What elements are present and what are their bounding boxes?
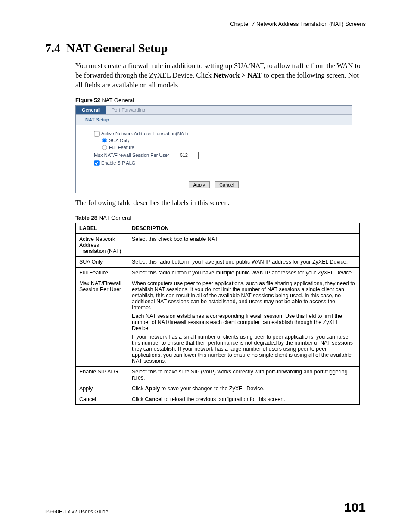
tab-bar: General Port Forwarding <box>76 106 352 115</box>
full-feature-label: Full Feature <box>109 145 134 150</box>
figure-caption: Figure 52 NAT General <box>75 97 366 103</box>
th-label: LABEL <box>76 223 128 234</box>
th-desc: DESCRIPTION <box>128 223 360 234</box>
cell-label: Max NAT/Firewall Session Per User <box>76 278 128 367</box>
table-caption-rest: NAT General <box>97 215 131 221</box>
cell-label: Apply <box>76 383 128 394</box>
cell-desc: Click Apply to save your changes to the … <box>128 383 360 394</box>
max-session-input[interactable] <box>179 152 199 159</box>
section-number: 7.4 <box>45 41 60 55</box>
cancel-button[interactable]: Cancel <box>215 181 239 188</box>
cell-desc: Select this to make sure SIP (VoIP) work… <box>128 367 360 383</box>
footer-page-number: 101 <box>344 500 366 515</box>
figure-screenshot: General Port Forwarding NAT Setup Active… <box>75 105 352 193</box>
table-row: SUA OnlySelect this radio button if you … <box>76 257 360 268</box>
cell-label: Active Network Address Translation (NAT) <box>76 234 128 257</box>
table-caption: Table 28 NAT General <box>75 215 366 221</box>
table-row: Active Network Address Translation (NAT)… <box>76 234 360 257</box>
cell-label: Cancel <box>76 394 128 405</box>
table-intro: The following table describes the labels… <box>75 198 366 208</box>
cell-desc: Click Cancel to reload the previous conf… <box>128 394 360 405</box>
table-row: Full FeatureSelect this radio button if … <box>76 268 360 278</box>
cell-desc: Select this radio button if you have jus… <box>128 257 360 268</box>
tab-port-forwarding[interactable]: Port Forwarding <box>106 106 151 114</box>
cell-label: Enable SIP ALG <box>76 367 128 383</box>
section-heading: 7.4 NAT General Setup <box>45 41 366 55</box>
enable-sip-alg-label: Enable SIP ALG <box>101 160 135 165</box>
running-header: Chapter 7 Network Address Translation (N… <box>45 21 366 30</box>
cell-desc: Select this radio button if you have mul… <box>128 268 360 278</box>
figure-caption-rest: NAT General <box>100 97 134 103</box>
group-body: Active Network Address Translation(NAT) … <box>76 125 352 173</box>
intro-paragraph: You must create a firewall rule in addit… <box>75 61 366 90</box>
max-session-label: Max NAT/Firewall Session Per User <box>94 152 169 158</box>
figure-caption-bold: Figure 52 <box>75 97 100 103</box>
cell-label: Full Feature <box>76 268 128 278</box>
apply-button[interactable]: Apply <box>189 181 210 188</box>
cell-desc: Select this check box to enable NAT. <box>128 234 360 257</box>
table-row: ApplyClick Apply to save your changes to… <box>76 383 360 394</box>
full-feature-radio[interactable] <box>102 145 107 150</box>
cell-label: SUA Only <box>76 257 128 268</box>
cell-desc: When computers use peer to peer applicat… <box>128 278 360 367</box>
desc-table: LABEL DESCRIPTION Active Network Address… <box>75 223 360 405</box>
enable-sip-alg-checkbox[interactable] <box>94 160 99 165</box>
sua-only-radio[interactable] <box>102 138 107 143</box>
footer-doc-title: P-660H-Tx v2 User's Guide <box>45 509 108 515</box>
para1-bold: Network > NAT <box>213 71 262 79</box>
page-footer: P-660H-Tx v2 User's Guide 101 <box>45 498 366 515</box>
table-row: Max NAT/Firewall Session Per UserWhen co… <box>76 278 360 367</box>
active-nat-label: Active Network Address Translation(NAT) <box>101 131 188 136</box>
active-nat-checkbox[interactable] <box>94 131 99 136</box>
table-row: Enable SIP ALGSelect this to make sure S… <box>76 367 360 383</box>
table-caption-bold: Table 28 <box>75 215 97 221</box>
section-title-text: NAT General Setup <box>66 41 168 55</box>
group-title: NAT Setup <box>76 115 352 125</box>
table-row: CancelClick Cancel to reload the previou… <box>76 394 360 405</box>
tab-general[interactable]: General <box>76 106 106 114</box>
button-row: Apply Cancel <box>84 176 343 193</box>
sua-only-label: SUA Only <box>109 138 130 143</box>
